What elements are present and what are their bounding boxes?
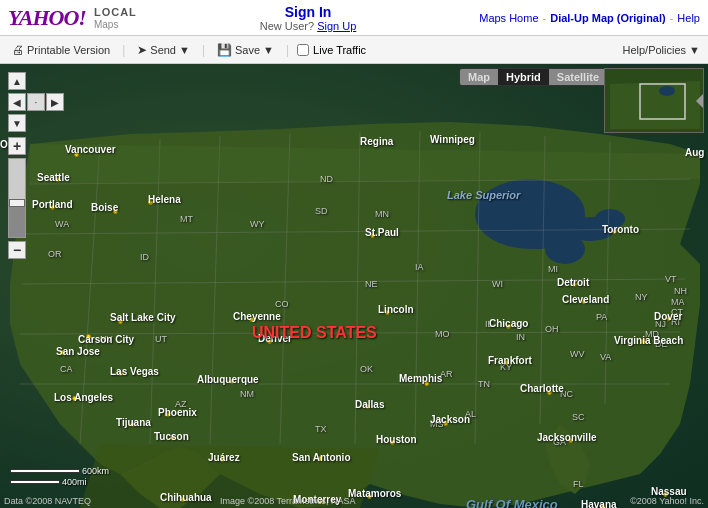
map-svg <box>0 64 708 508</box>
maps-home-link[interactable]: Maps Home <box>479 12 538 24</box>
pan-left-button[interactable]: ◀ <box>8 93 26 111</box>
scale-mi-label: 400mi <box>62 477 87 487</box>
save-icon: 💾 <box>217 43 232 57</box>
yahoo-logo-text: YAHOO! <box>8 5 86 30</box>
header: YAHOO! LOCAL Maps Sign In New User? Sign… <box>0 0 708 36</box>
pan-center-button[interactable]: · <box>27 93 45 111</box>
header-left: YAHOO! LOCAL Maps <box>8 5 137 31</box>
sign-in-link[interactable]: Sign In <box>285 4 332 20</box>
nav-sep-1: - <box>543 12 547 24</box>
dot-jacksonville <box>568 438 573 443</box>
map-type-map-button[interactable]: Map <box>460 69 498 85</box>
mini-map[interactable] <box>604 68 704 133</box>
header-center: Sign In New User? Sign Up <box>260 4 357 32</box>
help-policies-button[interactable]: Help/Policies ▼ <box>622 44 700 56</box>
new-user-text: New User? Sign Up <box>260 20 357 32</box>
live-traffic-checkbox[interactable] <box>297 44 309 56</box>
svg-point-21 <box>659 86 675 96</box>
toolbar-sep-1: | <box>122 43 125 57</box>
send-button[interactable]: ➤ Send ▼ <box>133 42 194 58</box>
zoom-controls: ▲ ◀ · ▶ ▼ + − <box>8 72 64 259</box>
map-type-hybrid-button[interactable]: Hybrid <box>498 69 549 85</box>
toolbar-sep-3: | <box>286 43 289 57</box>
dot-boise <box>113 209 118 214</box>
nav-sep-2: - <box>670 12 674 24</box>
dot-las-vegas <box>118 371 123 376</box>
scale-bar-km <box>10 469 80 473</box>
dot-memphis <box>424 381 429 386</box>
live-traffic-label: Live Traffic <box>313 44 366 56</box>
dot-cheyenne <box>249 317 254 322</box>
dot-los-angeles <box>72 396 77 401</box>
toolbar-sep-2: | <box>202 43 205 57</box>
map-type-satellite-button[interactable]: Satellite <box>549 69 607 85</box>
dot-denver <box>267 339 272 344</box>
header-nav: Maps Home - Dial-Up Map (Original) - Hel… <box>479 12 700 24</box>
map-container[interactable]: Vancouver Regina Winnipeg ON Seattle Por… <box>0 64 708 508</box>
help-header-link[interactable]: Help <box>677 12 700 24</box>
send-dropdown-icon: ▼ <box>179 44 190 56</box>
dot-lincoln <box>385 310 390 315</box>
dot-vancouver <box>74 152 79 157</box>
save-dropdown-icon: ▼ <box>263 44 274 56</box>
dot-matamoros <box>367 494 372 499</box>
dot-virginia-beach <box>641 339 646 344</box>
logo-maps-text: Maps <box>94 19 137 30</box>
dot-havana <box>600 504 605 508</box>
print-icon: 🖨 <box>12 43 24 57</box>
dot-stpaul <box>370 233 375 238</box>
dot-salt-lake <box>118 319 123 324</box>
dot-dover <box>666 316 671 321</box>
zoom-out-button[interactable]: − <box>8 241 26 259</box>
dot-phoenix <box>165 412 170 417</box>
pan-down-button[interactable]: ▼ <box>8 114 26 132</box>
dot-tucson <box>170 435 175 440</box>
pan-right-button[interactable]: ▶ <box>46 93 64 111</box>
dot-frankfort <box>504 360 509 365</box>
scale-bar: 600km 400mi <box>10 466 109 488</box>
dot-san-antonio <box>318 456 323 461</box>
help-dropdown-icon: ▼ <box>689 44 700 56</box>
live-traffic-area: Live Traffic <box>297 44 366 56</box>
dot-houston <box>390 440 395 445</box>
scale-bar-mi <box>10 480 60 484</box>
logo-local-text: LOCAL <box>94 6 137 18</box>
dot-chihuahua <box>180 497 185 502</box>
svg-point-4 <box>525 229 555 249</box>
dot-helena <box>148 200 153 205</box>
dot-toronto <box>612 229 617 234</box>
dot-tijuana <box>130 422 135 427</box>
svg-point-5 <box>595 209 625 229</box>
sign-up-link[interactable]: Sign Up <box>317 20 356 32</box>
dot-jackson <box>443 421 448 426</box>
dot-albuquerque <box>229 379 234 384</box>
dot-san-jose <box>60 350 65 355</box>
map-type-buttons: Map Hybrid Satellite <box>459 68 608 86</box>
zoom-in-button[interactable]: + <box>8 137 26 155</box>
logo-group: LOCAL Maps <box>94 5 137 30</box>
dot-carson-city <box>86 334 91 339</box>
dot-cleveland <box>581 299 586 304</box>
copyright-navteq: Data ©2008 NAVTEQ <box>4 496 91 506</box>
dot-detroit <box>572 282 577 287</box>
img-credit: Image ©2008 TerraMetrics, NASA <box>220 496 356 506</box>
yahoo-copyright: ©2008 Yahoo! Inc. <box>630 496 704 506</box>
toolbar: 🖨 Printable Version | ➤ Send ▼ | 💾 Save … <box>0 36 708 64</box>
scale-km-label: 600km <box>82 466 109 476</box>
save-button[interactable]: 💾 Save ▼ <box>213 42 278 58</box>
dial-up-link[interactable]: Dial-Up Map (Original) <box>550 12 666 24</box>
dot-dallas <box>365 404 370 409</box>
send-icon: ➤ <box>137 43 147 57</box>
zoom-slider[interactable] <box>8 158 26 238</box>
print-button[interactable]: 🖨 Printable Version <box>8 42 114 58</box>
dot-charlotte <box>547 390 552 395</box>
mini-map-arrow <box>696 93 704 109</box>
dot-juarez <box>220 457 225 462</box>
pan-up-button[interactable]: ▲ <box>8 72 26 90</box>
dot-chicago <box>506 324 511 329</box>
yahoo-logo: YAHOO! <box>8 5 86 31</box>
